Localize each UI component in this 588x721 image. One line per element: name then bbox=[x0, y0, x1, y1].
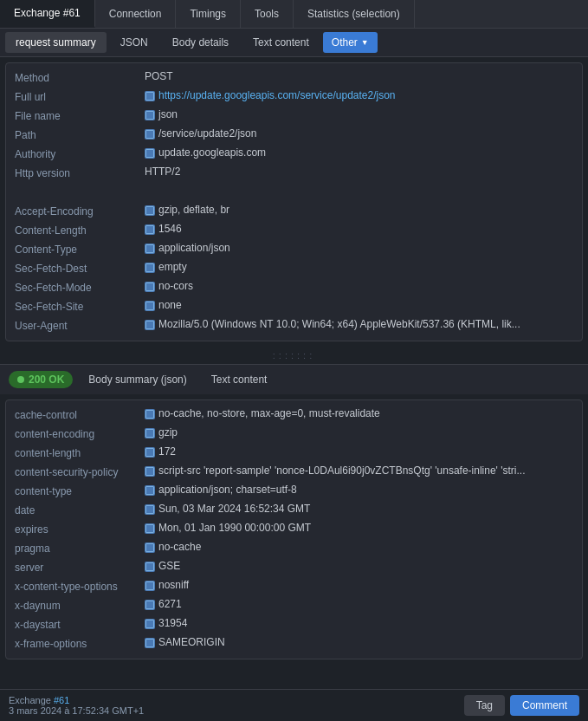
status-code-text: 200 OK bbox=[29, 373, 64, 386]
copy-icon-x-daynum[interactable] bbox=[145, 600, 155, 610]
text-x-frame-options: SAMEORIGIN bbox=[158, 636, 225, 648]
value-full-url: https://update.googleapis.com/service/up… bbox=[145, 89, 573, 101]
text-path: /service/update2/json bbox=[158, 127, 256, 140]
label-content-type-resp: content-type bbox=[15, 484, 145, 497]
text-date: Sun, 03 Mar 2024 16:52:34 GMT bbox=[158, 503, 310, 515]
value-date: Sun, 03 Mar 2024 16:52:34 GMT bbox=[145, 503, 573, 515]
value-pragma: no-cache bbox=[145, 541, 573, 553]
copy-icon-x-daystart[interactable] bbox=[145, 619, 155, 629]
copy-icon-sec-fetch-site[interactable] bbox=[145, 301, 155, 311]
copy-icon-path[interactable] bbox=[145, 129, 155, 140]
footer-exchange-link[interactable]: #61 bbox=[54, 695, 69, 705]
text-x-content-type-options: nosniff bbox=[158, 579, 189, 591]
label-user-agent: User-Agent bbox=[15, 318, 145, 332]
footer-info: Exchange #61 3 mars 2024 à 17:52:34 GMT+… bbox=[9, 695, 144, 716]
top-tab-bar: Exchange #61 Connection Timings Tools St… bbox=[0, 0, 588, 29]
tab-body-summary[interactable]: Body summary (json) bbox=[80, 370, 195, 389]
copy-icon-sec-fetch-dest[interactable] bbox=[145, 263, 155, 273]
label-file-name: File name bbox=[15, 108, 145, 122]
copy-icon-file-name[interactable] bbox=[145, 110, 155, 120]
footer-action-buttons: Tag Comment bbox=[464, 695, 579, 716]
footer-exchange-text: Exchange bbox=[9, 695, 51, 705]
tab-json[interactable]: JSON bbox=[110, 32, 158, 53]
row-server: server GSE bbox=[6, 558, 582, 577]
tab-exchange61[interactable]: Exchange #61 bbox=[0, 0, 95, 28]
request-panel: Method POST Full url https://update.goog… bbox=[5, 62, 583, 341]
status-badge-200: 200 OK bbox=[9, 371, 73, 388]
tab-text-content-resp[interactable]: Text content bbox=[203, 370, 276, 389]
copy-icon-date[interactable] bbox=[145, 504, 155, 515]
tab-statistics[interactable]: Statistics (selection) bbox=[294, 0, 415, 28]
label-sec-fetch-site: Sec-Fetch-Site bbox=[15, 299, 145, 313]
copy-icon-cache-control[interactable] bbox=[145, 409, 155, 419]
row-sec-fetch-mode: Sec-Fetch-Mode no-cors bbox=[6, 278, 582, 297]
row-sec-fetch-site: Sec-Fetch-Site none bbox=[6, 297, 582, 316]
tab-timings[interactable]: Timings bbox=[176, 0, 241, 28]
tab-other-label: Other bbox=[332, 36, 358, 49]
value-file-name: json bbox=[145, 108, 573, 120]
value-server: GSE bbox=[145, 560, 573, 572]
tag-button[interactable]: Tag bbox=[464, 695, 505, 716]
copy-icon-x-content-type-options[interactable] bbox=[145, 581, 155, 591]
copy-icon-accept-encoding[interactable] bbox=[145, 205, 155, 216]
label-full-url: Full url bbox=[15, 89, 145, 103]
text-expires: Mon, 01 Jan 1990 00:00:00 GMT bbox=[158, 522, 311, 534]
copy-icon-content-security-policy[interactable] bbox=[145, 466, 155, 477]
copy-icon-sec-fetch-mode[interactable] bbox=[145, 282, 155, 292]
response-rows: cache-control no-cache, no-store, max-ag… bbox=[6, 400, 582, 659]
row-content-length-req: Content-Length 1546 bbox=[6, 221, 582, 240]
text-server: GSE bbox=[158, 560, 180, 572]
text-x-daynum: 6271 bbox=[158, 598, 182, 610]
label-pragma: pragma bbox=[15, 541, 145, 555]
copy-icon-full-url[interactable] bbox=[145, 91, 155, 101]
value-content-type-resp: application/json; charset=utf-8 bbox=[145, 484, 573, 496]
copy-icon-content-type-req[interactable] bbox=[145, 244, 155, 254]
label-authority: Authority bbox=[15, 146, 145, 160]
copy-icon-user-agent[interactable] bbox=[145, 320, 155, 330]
text-content-encoding: gzip bbox=[158, 426, 178, 438]
label-accept-encoding: Accept-Encoding bbox=[15, 204, 145, 218]
value-cache-control: no-cache, no-store, max-age=0, must-reva… bbox=[145, 407, 573, 419]
tab-other-dropdown[interactable]: Other ▼ bbox=[323, 32, 378, 53]
text-sec-fetch-site: none bbox=[158, 299, 182, 311]
text-sec-fetch-mode: no-cors bbox=[158, 280, 193, 292]
text-user-agent: Mozilla/5.0 (Windows NT 10.0; Win64; x64… bbox=[158, 318, 520, 330]
label-path: Path bbox=[15, 127, 145, 141]
text-content-length-resp: 172 bbox=[158, 445, 176, 458]
row-content-type-req: Content-Type application/json bbox=[6, 240, 582, 259]
label-server: server bbox=[15, 560, 145, 574]
copy-icon-authority[interactable] bbox=[145, 148, 155, 159]
copy-icon-content-length-resp[interactable] bbox=[145, 447, 155, 458]
text-accept-encoding: gzip, deflate, br bbox=[158, 204, 229, 216]
row-content-type-resp: content-type application/json; charset=u… bbox=[6, 482, 582, 501]
label-sec-fetch-mode: Sec-Fetch-Mode bbox=[15, 280, 145, 294]
copy-icon-content-encoding[interactable] bbox=[145, 428, 155, 438]
tab-tools[interactable]: Tools bbox=[241, 0, 294, 28]
tab-connection[interactable]: Connection bbox=[95, 0, 177, 28]
label-x-frame-options: x-frame-options bbox=[15, 636, 145, 650]
text-cache-control: no-cache, no-store, max-age=0, must-reva… bbox=[158, 407, 380, 419]
value-x-frame-options: SAMEORIGIN bbox=[145, 636, 573, 648]
row-separator1 bbox=[6, 183, 582, 202]
text-pragma: no-cache bbox=[158, 541, 201, 553]
text-content-length-req: 1546 bbox=[158, 223, 182, 235]
comment-button[interactable]: Comment bbox=[510, 695, 579, 716]
copy-icon-content-type-resp[interactable] bbox=[145, 485, 155, 496]
copy-icon-content-length-req[interactable] bbox=[145, 224, 155, 235]
copy-icon-x-frame-options[interactable] bbox=[145, 638, 155, 648]
row-x-daystart: x-daystart 31954 bbox=[6, 615, 582, 634]
copy-icon-pragma[interactable] bbox=[145, 542, 155, 553]
row-content-encoding: content-encoding gzip bbox=[6, 425, 582, 444]
label-method: Method bbox=[15, 70, 145, 84]
tab-request-summary[interactable]: request summary bbox=[5, 32, 107, 53]
copy-icon-expires[interactable] bbox=[145, 523, 155, 534]
response-status-bar: 200 OK Body summary (json) Text content bbox=[0, 364, 588, 394]
tab-text-content[interactable]: Text content bbox=[242, 32, 320, 53]
value-user-agent: Mozilla/5.0 (Windows NT 10.0; Win64; x64… bbox=[145, 318, 573, 330]
link-full-url[interactable]: https://update.googleapis.com/service/up… bbox=[158, 89, 396, 101]
tab-body-details[interactable]: Body details bbox=[162, 32, 239, 53]
copy-icon-server[interactable] bbox=[145, 562, 155, 572]
row-x-daynum: x-daynum 6271 bbox=[6, 596, 582, 615]
row-sec-fetch-dest: Sec-Fetch-Dest empty bbox=[6, 259, 582, 278]
value-content-security-policy: script-src 'report-sample' 'nonce-L0DAul… bbox=[145, 464, 573, 477]
